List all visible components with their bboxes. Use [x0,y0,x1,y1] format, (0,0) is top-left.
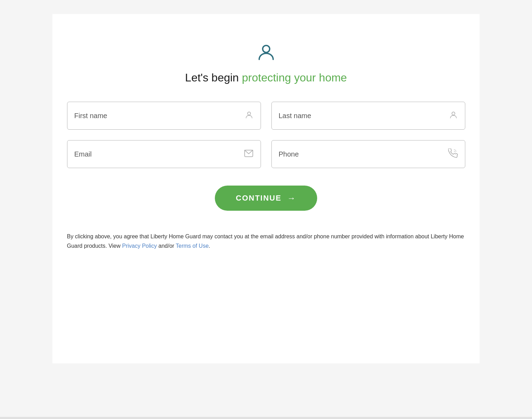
arrow-icon: → [287,193,296,203]
page-container: Let's begin protecting your home [52,14,480,363]
phone-input[interactable] [279,150,445,158]
headline-green: protecting your home [242,71,347,84]
footer-bar [0,417,532,419]
form-container: CONTINUE → By clicking above, you agree … [67,102,465,251]
svg-point-2 [452,112,455,115]
disclaimer-text-after: . [209,243,210,249]
person-icon-wrapper [256,42,277,64]
last-name-field[interactable] [271,102,465,130]
terms-of-use-link[interactable]: Terms of Use [176,243,209,249]
last-name-input[interactable] [279,112,445,120]
disclaimer-text-middle: and/or [157,243,176,249]
continue-button[interactable]: CONTINUE → [215,186,317,211]
svg-point-0 [263,45,270,52]
email-input[interactable] [74,150,240,158]
person-icon [256,42,277,63]
email-icon [244,149,254,160]
privacy-policy-link[interactable]: Privacy Policy [122,243,157,249]
phone-field[interactable] [271,140,465,168]
person-icon-first [245,110,254,121]
phone-icon [448,149,458,160]
headline: Let's begin protecting your home [185,71,347,84]
continue-label: CONTINUE [236,194,282,203]
form-row-1 [67,102,465,130]
disclaimer: By clicking above, you agree that Libert… [67,232,465,251]
button-wrapper: CONTINUE → [67,179,465,228]
headline-plain: Let's begin [185,71,242,84]
email-field[interactable] [67,140,261,168]
first-name-input[interactable] [74,112,241,120]
form-row-2 [67,140,465,168]
svg-point-1 [247,112,250,115]
first-name-field[interactable] [67,102,261,130]
person-icon-last [449,110,458,121]
